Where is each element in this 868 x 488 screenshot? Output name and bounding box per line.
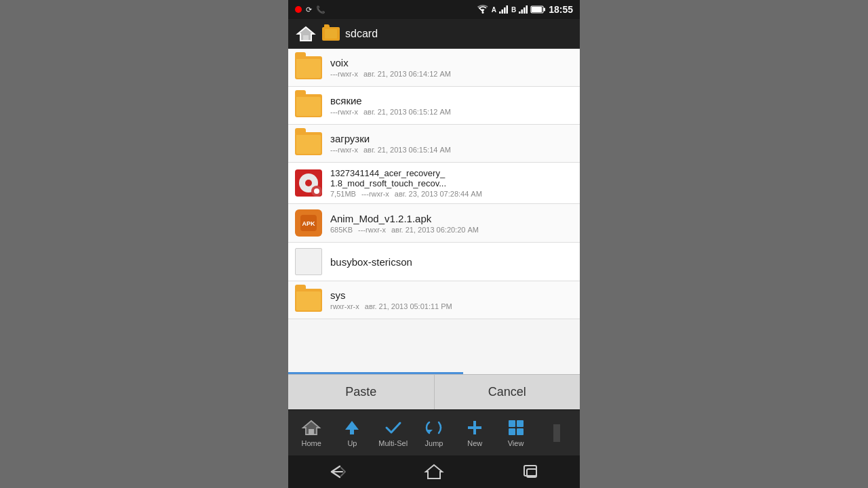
view-label: View: [508, 439, 524, 447]
folder-icon: [295, 132, 322, 155]
file-info: voix ---rwxr-x авг. 21, 2013 06:14:12 AM: [330, 57, 573, 78]
file-size: 7,51MB: [330, 190, 356, 198]
header-title: sdcard: [345, 28, 378, 40]
svg-rect-2: [501, 9, 503, 14]
list-item[interactable]: voix ---rwxr-x авг. 21, 2013 06:14:12 AM: [288, 49, 580, 87]
toolbar-home[interactable]: Home: [294, 418, 329, 447]
toolbar-new[interactable]: New: [457, 418, 492, 447]
file-meta: ---rwxr-x авг. 21, 2013 06:14:12 AM: [330, 70, 573, 78]
file-permissions: ---rwxr-x: [358, 226, 386, 234]
up-label: Up: [347, 439, 357, 447]
record-icon: [295, 6, 302, 13]
file-date: авг. 21, 2013 05:01:11 PM: [365, 302, 452, 310]
nav-bar: [288, 455, 580, 488]
file-meta: 685KB ---rwxr-x авг. 21, 2013 06:20:20 A…: [330, 226, 573, 234]
file-info: всякие ---rwxr-x авг. 21, 2013 06:15:12 …: [330, 95, 573, 116]
sync-icon: ⟳: [306, 5, 312, 14]
file-list: voix ---rwxr-x авг. 21, 2013 06:14:12 AM…: [288, 49, 580, 374]
file-permissions: ---rwxr-x: [361, 190, 389, 198]
svg-rect-29: [517, 428, 524, 435]
svg-rect-10: [532, 7, 542, 12]
toolbar-more[interactable]: [539, 424, 574, 443]
multisel-toolbar-icon: [384, 418, 403, 437]
list-item[interactable]: загрузки ---rwxr-x авг. 21, 2013 06:15:1…: [288, 125, 580, 163]
file-info: busybox-stericson: [330, 256, 573, 268]
file-permissions: rwxr-xr-x: [330, 302, 359, 310]
file-info: 1327341144_acer_recovery_1.8_mod_rsoft_t…: [330, 168, 573, 198]
file-permissions: ---rwxr-x: [330, 146, 358, 154]
file-name: всякие: [330, 95, 573, 106]
file-size: 685KB: [330, 226, 353, 234]
home-label: Home: [301, 439, 321, 447]
toolbar-up[interactable]: Up: [334, 418, 370, 447]
file-date: авг. 21, 2013 06:15:14 AM: [363, 146, 451, 154]
svg-marker-31: [426, 465, 442, 479]
clock: 18:55: [549, 4, 573, 15]
file-name: загрузки: [330, 133, 573, 144]
paste-button[interactable]: Paste: [288, 375, 435, 409]
toolbar-multisel[interactable]: Multi-Sel: [376, 418, 411, 447]
svg-rect-4: [506, 5, 508, 14]
bottom-toolbar: Home Up Multi-Sel: [288, 409, 580, 455]
svg-rect-16: [325, 29, 337, 39]
file-meta: ---rwxr-x авг. 21, 2013 06:15:14 AM: [330, 146, 573, 154]
nav-home-button[interactable]: [422, 460, 446, 484]
svg-text:APK: APK: [302, 220, 315, 227]
list-item[interactable]: busybox-stericson: [288, 243, 580, 281]
wifi-icon: [477, 5, 489, 14]
header-bar: sdcard: [288, 19, 580, 49]
svg-rect-30: [553, 424, 560, 442]
multisel-label: Multi-Sel: [378, 439, 408, 447]
toolbar-jump[interactable]: Jump: [416, 418, 452, 447]
file-info: Anim_Mod_v1.2.1.apk 685KB ---rwxr-x авг.…: [330, 213, 573, 234]
list-item[interactable]: APK Anim_Mod_v1.2.1.apk 685KB ---rwxr-x …: [288, 204, 580, 243]
cancel-button[interactable]: Cancel: [435, 375, 580, 409]
file-meta: ---rwxr-x авг. 21, 2013 06:15:12 AM: [330, 108, 573, 116]
svg-rect-26: [509, 420, 515, 427]
file-name: 1327341144_acer_recovery_1.8_mod_rsoft_t…: [330, 168, 573, 188]
folder-icon: [295, 94, 322, 117]
file-name: busybox-stericson: [330, 256, 573, 268]
signal-a-icon: A: [492, 6, 496, 14]
status-right: A B: [477, 4, 573, 15]
list-item[interactable]: sys rwxr-xr-x авг. 21, 2013 05:01:11 PM: [288, 281, 580, 319]
new-toolbar-icon: [465, 418, 484, 437]
svg-rect-21: [309, 429, 314, 434]
svg-rect-8: [526, 5, 528, 14]
status-bar: ⟳ 📞 A: [288, 0, 580, 19]
home-header-icon[interactable]: [295, 23, 317, 45]
file-name: sys: [330, 289, 573, 301]
file-name: voix: [330, 57, 573, 68]
svg-rect-1: [499, 12, 501, 14]
signal-bars-2: [519, 5, 528, 14]
list-item[interactable]: 1327341144_acer_recovery_1.8_mod_rsoft_t…: [288, 163, 580, 204]
nav-recents-button[interactable]: [519, 460, 543, 484]
toolbar-view[interactable]: View: [498, 418, 534, 447]
file-date: авг. 21, 2013 06:15:12 AM: [363, 108, 451, 116]
file-date: авг. 23, 2013 07:28:44 AM: [395, 190, 482, 198]
up-toolbar-icon: [342, 418, 361, 437]
phone-frame: ⟳ 📞 A: [288, 0, 580, 488]
svg-rect-32: [524, 466, 536, 476]
file-date: авг. 21, 2013 06:20:20 AM: [391, 226, 479, 234]
folder-icon: [295, 289, 322, 312]
nav-back-button[interactable]: [325, 460, 349, 484]
svg-rect-11: [544, 8, 546, 12]
svg-rect-6: [521, 9, 524, 14]
blank-file-icon: [295, 248, 322, 275]
svg-rect-27: [517, 420, 524, 427]
more-toolbar-icon: [547, 424, 566, 443]
file-name: Anim_Mod_v1.2.1.apk: [330, 213, 573, 224]
signal-b-label: B: [511, 6, 516, 14]
file-info: загрузки ---rwxr-x авг. 21, 2013 06:15:1…: [330, 133, 573, 154]
scroll-indicator: [288, 372, 463, 374]
call-icon: 📞: [316, 5, 326, 14]
svg-rect-25: [468, 426, 481, 429]
svg-rect-5: [519, 12, 521, 14]
view-toolbar-icon: [507, 418, 526, 437]
list-item[interactable]: всякие ---rwxr-x авг. 21, 2013 06:15:12 …: [288, 87, 580, 125]
file-permissions: ---rwxr-x: [330, 70, 358, 78]
file-meta: rwxr-xr-x авг. 21, 2013 05:01:11 PM: [330, 302, 573, 310]
home-toolbar-icon: [302, 418, 321, 437]
svg-rect-7: [524, 7, 526, 14]
